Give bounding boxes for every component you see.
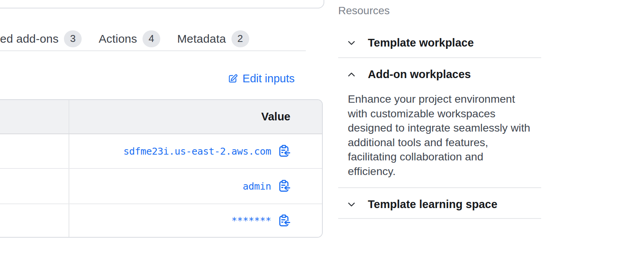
accordion-template-learning-space[interactable]: Template learning space — [338, 195, 541, 213]
accordion-label: Template learning space — [368, 198, 497, 211]
value-column-header: Value — [261, 110, 290, 123]
tab-label: Metadata — [177, 32, 226, 45]
description-line: additional tools and features, — [348, 135, 533, 150]
detail-tabs: ed add-ons 3 Actions 4 Metadata 2 — [0, 27, 306, 51]
description-line: Enhance your project environment — [348, 92, 533, 107]
edit-inputs-button[interactable]: Edit inputs — [228, 72, 295, 85]
accordion-label: Add-on workplaces — [368, 68, 471, 81]
table-header-row: Value — [0, 100, 322, 134]
description-line: designed to integrate seamlessly with — [348, 121, 533, 135]
table-header-key-cell — [0, 100, 69, 133]
pencil-square-icon — [228, 73, 238, 84]
table-row: ******* — [0, 203, 322, 237]
value-link[interactable]: sdfme23i.us-east-2.aws.com — [123, 146, 271, 157]
table-row: sdfme23i.us-east-2.aws.com — [0, 134, 322, 168]
count-badge: 2 — [231, 30, 249, 47]
clipboard-copy-icon[interactable] — [277, 180, 290, 193]
value-cell: admin — [69, 169, 322, 203]
key-cell — [0, 204, 69, 237]
divider — [338, 218, 541, 219]
tab-actions[interactable]: Actions 4 — [99, 30, 160, 47]
masked-value[interactable]: ******* — [231, 215, 271, 226]
value-link[interactable]: admin — [243, 181, 271, 192]
table-row: admin — [0, 168, 322, 203]
accordion-label: Template workplace — [368, 37, 474, 49]
tab-metadata[interactable]: Metadata 2 — [177, 30, 249, 47]
clipboard-copy-icon[interactable] — [277, 145, 290, 158]
divider — [338, 187, 541, 188]
inputs-table: Value sdfme23i.us-east-2.aws.com — [0, 99, 323, 238]
count-badge: 3 — [64, 30, 82, 47]
tab-label: ed add-ons — [0, 32, 59, 45]
description-line: facilitating collaboration and — [348, 150, 533, 164]
clipboard-copy-icon[interactable] — [277, 214, 290, 227]
resources-panel-title: Resources — [338, 5, 390, 17]
description-line: with customizable workspaces — [348, 107, 533, 121]
upper-card-remnant — [0, 0, 324, 8]
add-on-workplaces-description: Enhance your project environment with cu… — [348, 92, 533, 179]
value-cell: sdfme23i.us-east-2.aws.com — [69, 134, 322, 168]
chevron-down-icon — [346, 199, 357, 210]
edit-inputs-label: Edit inputs — [243, 72, 295, 85]
description-line: efficiency. — [348, 164, 533, 179]
accordion-template-workplace[interactable]: Template workplace — [338, 34, 541, 52]
chevron-down-icon — [346, 38, 357, 48]
page-canvas: ed add-ons 3 Actions 4 Metadata 2 Edit i… — [0, 0, 644, 280]
tab-label: Actions — [99, 32, 137, 45]
tab-installed-add-ons[interactable]: ed add-ons 3 — [0, 30, 82, 47]
divider — [338, 57, 541, 58]
key-cell — [0, 134, 69, 168]
key-cell — [0, 169, 69, 203]
chevron-up-icon — [346, 69, 357, 80]
resources-panel: Resources Template workplace Add-on work… — [338, 0, 541, 280]
accordion-add-on-workplaces[interactable]: Add-on workplaces — [338, 65, 541, 83]
table-header-value-cell: Value — [69, 100, 322, 133]
count-badge: 4 — [143, 30, 160, 47]
value-cell: ******* — [69, 204, 322, 237]
